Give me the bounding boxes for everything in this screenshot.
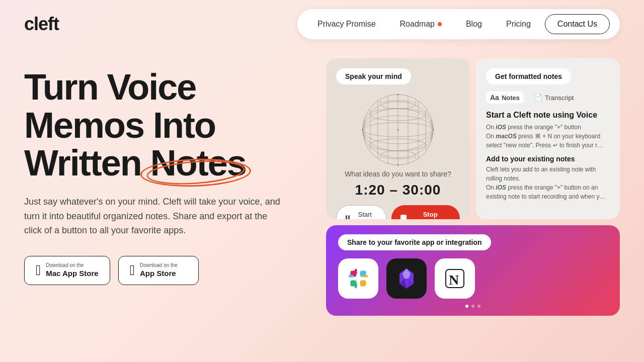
mac-store-small: Download on the xyxy=(46,262,84,268)
tab-notes[interactable]: Aa Notes xyxy=(486,92,524,104)
dot-1 xyxy=(465,305,468,308)
notes-tabs: Aa Notes 📄 Transcript xyxy=(486,92,610,104)
nav-pill: Privacy Promise Roadmap Blog Pricing Con… xyxy=(297,9,620,39)
app-store-button[interactable]:  Download on the App Store xyxy=(118,256,199,285)
notion-logo: N xyxy=(444,267,466,290)
nav-label-roadmap: Roadmap xyxy=(400,20,435,29)
notes-tab-icon: Aa xyxy=(490,94,499,102)
voice-blob xyxy=(358,89,438,170)
card-notes: Get formatted notes Aa Notes 📄 Transcrip… xyxy=(476,58,620,219)
voice-badge: Speak your mind xyxy=(336,68,411,84)
app-icon-obsidian[interactable] xyxy=(386,258,427,299)
svg-point-23 xyxy=(433,129,434,131)
notes-body2: Cleft lets you add to an existing note w… xyxy=(486,165,610,201)
dot-2 xyxy=(471,305,474,308)
contact-us-button[interactable]: Contact Us xyxy=(545,14,610,34)
transcript-tab-label: Transcript xyxy=(545,94,574,102)
pause-icon xyxy=(346,215,350,219)
apple-icon-mac:  xyxy=(36,263,41,278)
mac-app-store-button[interactable]:  Download on the Mac App Store xyxy=(24,256,110,285)
card-share: Share to your favorite app or integratio… xyxy=(326,225,620,316)
apple-icon-ios:  xyxy=(130,263,135,278)
svg-point-21 xyxy=(397,164,399,166)
ios-store-large: App Store xyxy=(140,268,176,279)
svg-rect-32 xyxy=(355,269,357,275)
notes-body1: On iOS press the orange "+" button On ma… xyxy=(486,123,610,150)
share-apps: N xyxy=(338,258,608,299)
main-content: Turn Voice Memos Into Written Notes Just… xyxy=(0,48,644,316)
obsidian-logo xyxy=(394,266,419,291)
svg-rect-35 xyxy=(362,275,368,278)
nav-item-roadmap[interactable]: Roadmap xyxy=(390,16,452,33)
svg-rect-33 xyxy=(355,283,357,288)
ios-store-small: Download on the xyxy=(140,262,178,268)
stop-label: Stop Recording xyxy=(410,211,451,219)
notes-heading1: Start a Cleft note using Voice xyxy=(486,111,610,120)
slack-logo xyxy=(346,266,370,291)
voice-timer: 1:20 – 30:00 xyxy=(355,182,441,198)
tab-transcript[interactable]: 📄 Transcript xyxy=(530,92,578,104)
notes-content: Start a Cleft note using Voice On iOS pr… xyxy=(486,111,610,201)
svg-point-27 xyxy=(415,157,416,158)
stop-recording-button[interactable]: Stop Recording xyxy=(391,205,460,219)
nav-label-privacy: Privacy Promise xyxy=(317,20,376,29)
store-buttons:  Download on the Mac App Store  Downlo… xyxy=(24,256,306,285)
nav-item-blog[interactable]: Blog xyxy=(456,16,492,33)
notes-tab-label: Notes xyxy=(502,94,520,102)
svg-point-22 xyxy=(362,129,364,131)
svg-point-25 xyxy=(415,102,416,103)
start-over-button[interactable]: Start Over xyxy=(336,205,386,219)
hero-title-line2: Memos Into xyxy=(24,105,215,145)
voice-prompt: What ideas do you want to share? xyxy=(345,170,451,178)
hero-title-notes: Notes xyxy=(150,144,246,183)
hero-title-line3: Written xyxy=(24,143,141,183)
ios-store-text: Download on the App Store xyxy=(140,262,178,279)
notes-heading2: Add to your existing notes xyxy=(486,155,610,163)
blob-container xyxy=(336,89,460,170)
hero-title-line1: Turn Voice xyxy=(24,67,196,107)
svg-text:N: N xyxy=(449,272,459,288)
roadmap-dot xyxy=(438,22,442,26)
notes-badge: Get formatted notes xyxy=(486,68,571,84)
left-panel: Turn Voice Memos Into Written Notes Just… xyxy=(24,58,306,316)
nav-item-privacy[interactable]: Privacy Promise xyxy=(307,16,386,33)
mac-store-text: Download on the Mac App Store xyxy=(46,262,98,279)
app-icon-notion[interactable]: N xyxy=(435,258,475,299)
svg-point-20 xyxy=(397,94,399,96)
nav-label-pricing: Pricing xyxy=(506,20,531,29)
hero-description: Just say whatever's on your mind. Cleft … xyxy=(24,195,286,238)
svg-rect-31 xyxy=(360,281,366,287)
stop-icon xyxy=(400,215,407,219)
card-voice: Speak your mind xyxy=(326,58,470,219)
svg-point-26 xyxy=(380,157,381,158)
share-badge: Share to your favorite app or integratio… xyxy=(338,234,491,250)
hero-title: Turn Voice Memos Into Written Notes xyxy=(24,68,306,183)
nav-item-pricing[interactable]: Pricing xyxy=(496,16,541,33)
svg-point-24 xyxy=(380,102,381,103)
start-over-label: Start Over xyxy=(353,211,377,219)
mac-store-large: Mac App Store xyxy=(46,268,98,279)
app-icon-slack[interactable] xyxy=(338,258,378,299)
nav-label-blog: Blog xyxy=(466,20,482,29)
voice-actions: Start Over Stop Recording xyxy=(336,205,460,219)
navbar: cleft Privacy Promise Roadmap Blog Prici… xyxy=(0,0,644,48)
transcript-tab-icon: 📄 xyxy=(534,94,542,102)
logo[interactable]: cleft xyxy=(24,14,59,35)
svg-rect-34 xyxy=(349,275,354,278)
svg-point-19 xyxy=(397,129,399,131)
right-panel: Speak your mind xyxy=(326,58,620,316)
dot-3 xyxy=(477,305,480,308)
share-dots xyxy=(338,305,608,308)
